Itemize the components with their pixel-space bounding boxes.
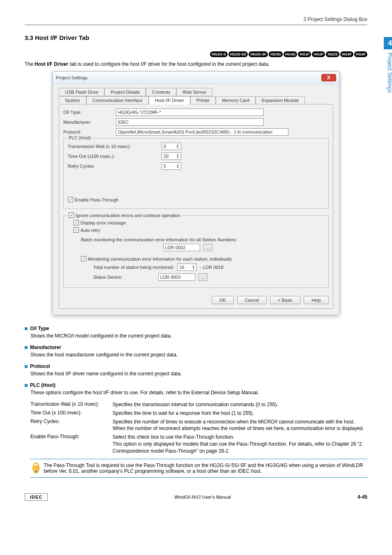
tab-printer[interactable]: Printer: [190, 96, 216, 104]
badge: HG4G: [284, 51, 297, 57]
tab-contents[interactable]: Contents: [146, 88, 176, 96]
monitoring-individual-label: Monitoring communication error informati…: [88, 257, 232, 261]
enable-pass-through-checkbox[interactable]: ✓ Enable Pass-Through: [68, 197, 118, 202]
plc-host-group: PLC (Host) Transmission Wait (x 10 msec)…: [63, 138, 329, 209]
tab-row-2: System Communication Interface Host I/F …: [59, 96, 333, 104]
spinner-arrows-icon[interactable]: ▲▼: [176, 154, 179, 159]
status-device-label: Status Device:: [93, 275, 155, 280]
status-device-browse-button[interactable]: …: [198, 273, 208, 281]
transmission-wait-value: 0: [164, 144, 166, 149]
tab-usb-flash-drive[interactable]: USB Flash Drive: [59, 88, 104, 96]
badge: HG3G: [269, 51, 283, 57]
transmission-wait-stepper[interactable]: 0 ▲▼: [161, 143, 181, 150]
auto-retry-checkbox[interactable]: ✓ Auto retry: [74, 227, 100, 233]
tab-row-1: USB Flash Drive Project Details Contents…: [59, 88, 333, 96]
protocol-field[interactable]: OpenNet,MicroSmart,SmartAXIS Pro/Lite(RS…: [116, 128, 288, 136]
def-title: Manufacturer: [30, 345, 61, 350]
project-settings-dialog: Project Settings X USB Flash Drive Proje…: [52, 71, 340, 315]
param-val: Select this check box to use the Pass-Th…: [113, 434, 367, 454]
manufacturer-label: Manufacturer:: [63, 120, 113, 125]
cancel-button[interactable]: Cancel: [237, 296, 267, 304]
tab-expansion-module[interactable]: Expansion Module: [256, 96, 305, 104]
param-val-line2: This option is only displayed for models…: [113, 441, 367, 455]
table-row: Retry Cycles: Specifies the number of ti…: [30, 419, 367, 432]
ignore-errors-group: ✓ Ignore communication errors and contin…: [63, 215, 329, 288]
def-body: Shows the host manufacturer configured i…: [30, 351, 367, 358]
tab-host-if-driver[interactable]: Host I/F Driver: [149, 96, 190, 104]
tab-memory-card[interactable]: Memory Card: [216, 96, 256, 104]
param-val: Specifies the time to wait for a respons…: [113, 410, 367, 417]
def-protocol: Protocol Shows the host I/F driver name …: [25, 363, 367, 377]
display-error-message-label: Display error message: [81, 220, 126, 225]
param-val: Specifies the number of times to execute…: [113, 419, 367, 432]
tab-communication-interface[interactable]: Communication Interface: [86, 96, 149, 104]
param-key: Retry Cycles:: [30, 419, 113, 432]
batch-monitoring-field[interactable]: LDR 0002: [163, 244, 200, 251]
timeout-value: 20: [164, 154, 168, 159]
transmission-wait-label: Transmission Wait (x 10 msec):: [68, 144, 158, 149]
badge: HG3F: [340, 51, 353, 57]
checkbox-icon: ✓: [81, 256, 86, 261]
total-stations-value: 16: [179, 265, 184, 270]
def-body: These options configure the host I/F dri…: [30, 389, 367, 396]
def-plc-host: PLC (Host) These options configure the h…: [25, 382, 367, 396]
bullet-icon: [25, 327, 28, 330]
oi-type-field[interactable]: HG3G/4G-*JT22MF-*: [116, 109, 264, 116]
def-manufacturer: Manufacturer Shows the host manufacturer…: [25, 345, 367, 358]
plc-params-table: Transmission Wait (x 10 msec): Specifies…: [30, 401, 367, 455]
def-body: Shows the host I/F driver name configure…: [30, 370, 367, 377]
monitoring-individual-checkbox[interactable]: ✓ Monitoring communication error informa…: [81, 256, 232, 261]
checkbox-icon: ✓: [74, 220, 79, 225]
checkbox-icon: ✓: [69, 213, 74, 218]
intro-before: The: [25, 61, 35, 67]
param-key: Transmission Wait (x 10 msec):: [30, 401, 113, 408]
param-val: Specifies the transmission interval for …: [113, 401, 367, 408]
tab-system[interactable]: System: [59, 96, 86, 104]
chapter-name-vertical: Project Settings: [387, 53, 392, 93]
ok-button[interactable]: OK: [212, 296, 234, 304]
tab-web-server[interactable]: Web Server: [176, 88, 212, 96]
close-button[interactable]: X: [321, 74, 336, 81]
def-title: O/I Type: [30, 326, 49, 331]
page-number: 4-45: [357, 494, 367, 500]
spinner-arrows-icon[interactable]: ▲▼: [176, 144, 179, 149]
def-title: PLC (Host): [30, 382, 55, 388]
timeout-stepper[interactable]: 20 ▲▼: [161, 153, 181, 160]
ignore-errors-checkbox[interactable]: ✓ Ignore communication errors and contin…: [69, 213, 180, 218]
chapter-number-badge: 4: [384, 37, 392, 49]
badge: HG2G-5F: [249, 51, 268, 57]
badge: HG2G-S: [210, 51, 228, 57]
badge: HG2F: [312, 51, 325, 57]
note-text: The Pass-Through Tool is required to use…: [44, 462, 365, 474]
spinner-arrows-icon[interactable]: ▲▼: [176, 164, 179, 169]
protocol-label: Protocol:: [63, 130, 113, 134]
checkbox-icon: ✓: [68, 197, 73, 202]
tab-panel: O/I Type: HG3G/4G-*JT22MF-* Manufacturer…: [59, 104, 333, 309]
table-row: Time Out (x 100 msec): Specifies the tim…: [30, 410, 367, 417]
status-device-field[interactable]: LDR 0003: [158, 273, 195, 281]
oi-type-label: O/I Type:: [63, 110, 113, 115]
param-key: Time Out (x 100 msec):: [30, 410, 113, 417]
badge: HG2S: [326, 51, 339, 57]
total-stations-stepper[interactable]: 16 ▲▼: [177, 264, 197, 271]
enable-pass-through-label: Enable Pass-Through: [75, 197, 118, 202]
badge: HG1F: [298, 51, 311, 57]
total-stations-range: - LDR 0018: [200, 265, 223, 270]
display-error-message-checkbox[interactable]: ✓ Display error message: [74, 220, 126, 225]
bullet-icon: [25, 384, 28, 387]
intro-after: tab is used to configure the host I/F dr…: [69, 61, 269, 67]
tab-project-details[interactable]: Project Details: [104, 88, 146, 96]
dialog-buttons: OK Cancel < Basic Help: [63, 293, 329, 304]
retry-cycles-stepper[interactable]: 5 ▲▼: [161, 162, 181, 170]
retry-cycles-label: Retry Cycles:: [68, 164, 158, 169]
ignore-errors-label: Ignore communication errors and continue…: [76, 213, 180, 218]
param-key: Enable Pass-Through:: [30, 434, 113, 454]
help-button[interactable]: Help: [304, 296, 329, 304]
brand-logo: IDEC: [25, 493, 48, 501]
basic-button[interactable]: < Basic: [270, 296, 300, 304]
spinner-arrows-icon[interactable]: ▲▼: [192, 265, 195, 270]
manufacturer-field[interactable]: IDEC: [116, 118, 264, 126]
footer-center: WindO/I-NV2 User's Manual: [174, 495, 231, 500]
retry-cycles-value: 5: [164, 164, 166, 169]
batch-browse-button[interactable]: …: [203, 244, 212, 251]
